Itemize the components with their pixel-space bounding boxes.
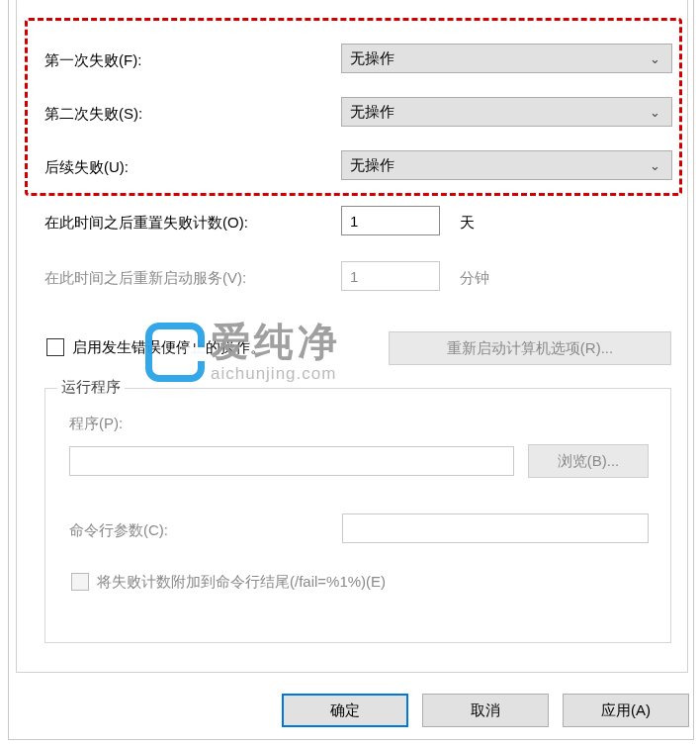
label-enable-stop-actions: 启用发生错误便停止的操作。 (72, 338, 265, 357)
select-subseq-failure[interactable]: 无操作 ⌄ (341, 150, 672, 180)
restart-computer-options-button: 重新启动计算机选项(R)... (389, 331, 671, 365)
select-value: 无操作 (350, 156, 646, 175)
checkbox-enable-stop-actions[interactable] (46, 338, 64, 356)
label-cmd-args: 命令行参数(C): (69, 521, 168, 540)
browse-button: 浏览(B)... (528, 444, 649, 478)
select-value: 无操作 (350, 103, 646, 122)
label-program: 程序(P): (69, 415, 123, 433)
label-days-unit: 天 (460, 214, 475, 233)
groupbox-run-program: 运行程序 程序(P): 浏览(B)... 命令行参数(C): 将失败计数附加到命… (44, 388, 671, 643)
groupbox-legend: 运行程序 (57, 378, 125, 397)
input-cmd-args (342, 513, 649, 543)
input-restart-minutes: 1 (341, 261, 440, 291)
chevron-down-icon: ⌄ (646, 105, 663, 120)
select-second-failure[interactable]: 无操作 ⌄ (341, 97, 672, 127)
dialog-button-bar: 确定 取消 应用(A) (9, 688, 693, 727)
button-label: 应用(A) (601, 701, 651, 720)
input-value: 1 (350, 268, 358, 285)
button-label: 取消 (471, 701, 500, 720)
tab-page: 第一次失败(F): 无操作 ⌄ 第二次失败(S): 无操作 ⌄ 后续失败(U):… (16, 0, 688, 673)
button-label: 重新启动计算机选项(R)... (447, 339, 613, 358)
input-reset-days[interactable]: 1 (341, 206, 440, 235)
dialog-window: 第一次失败(F): 无操作 ⌄ 第二次失败(S): 无操作 ⌄ 后续失败(U):… (8, 0, 694, 740)
select-first-failure[interactable]: 无操作 ⌄ (341, 44, 672, 73)
label-restart-after: 在此时间之后重新启动服务(V): (44, 269, 246, 288)
chevron-down-icon: ⌄ (646, 158, 663, 173)
chevron-down-icon: ⌄ (646, 51, 663, 66)
label-first-failure: 第一次失败(F): (44, 51, 141, 70)
input-value: 1 (350, 213, 358, 230)
label-subseq-failure: 后续失败(U): (44, 158, 129, 177)
select-value: 无操作 (350, 49, 646, 68)
ok-button[interactable]: 确定 (282, 694, 408, 727)
label-append-fail-count: 将失败计数附加到命令行结尾(/fail=%1%)(E) (97, 573, 386, 592)
watermark-en: aichunjing.com (211, 365, 341, 382)
button-label: 浏览(B)... (558, 452, 620, 471)
label-reset-counter: 在此时间之后重置失败计数(O): (44, 214, 248, 233)
label-minutes-unit: 分钟 (460, 269, 489, 288)
apply-button[interactable]: 应用(A) (563, 694, 689, 727)
checkbox-append-fail-count (71, 573, 89, 591)
button-label: 确定 (330, 701, 360, 720)
label-second-failure: 第二次失败(S): (44, 105, 142, 124)
cancel-button[interactable]: 取消 (422, 694, 549, 727)
input-program-path (69, 446, 514, 476)
